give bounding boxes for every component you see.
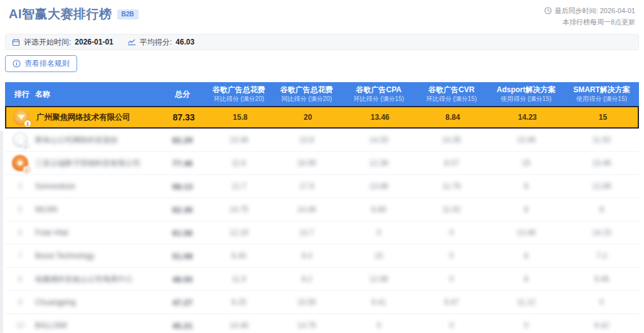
leaderboard-page: AI智赢大赛排行榜 B2B 最后同步时间: 2026-04-01 本排行榜每周一…	[0, 0, 644, 333]
rank-cell: 8	[5, 275, 35, 283]
score-cvr: 0	[450, 275, 454, 283]
score-spend-yoy: 14.46	[297, 205, 316, 214]
table-header-row: 排行 名称 总分 谷歌广告总花费环比得分 (满分20) 谷歌广告总花费同比得分 …	[5, 82, 639, 106]
rank-cell: 1	[6, 109, 36, 125]
company-name: BALLSMI	[35, 321, 67, 330]
score-cvr: 11.92	[442, 205, 460, 214]
rank-number: 7	[18, 251, 23, 260]
table-row[interactable]: 5 WLNN 62.36 14.75 14.46 8.88 11.92 8 8	[5, 198, 639, 221]
total-score: 48.50	[172, 275, 193, 284]
score-smart: 7.2	[596, 251, 607, 260]
score-cvr: 0	[450, 228, 454, 237]
company-name: 聚春山公司网络科技股份	[35, 135, 118, 144]
table-row[interactable]: 8 福建易科技南山公司电商中心 48.50 11.9 8.2 12.88 0 8…	[5, 268, 639, 291]
col-header-rank: 排行	[5, 90, 35, 98]
start-time-item: 评选开始时间: 2026-01-01	[12, 37, 113, 48]
trend-chart-icon	[127, 38, 136, 46]
table-row[interactable]: 3 三亚云端数字营销科技有限公司 77.46 11.6 16.99 12.38 …	[5, 152, 639, 175]
score-cpa: 9.41	[371, 298, 386, 307]
rank-number-badge: 1	[24, 120, 31, 127]
info-bar: 评选开始时间: 2026-01-01 平均得分: 46.03	[5, 34, 639, 50]
score-cvr: 11.76	[442, 182, 460, 191]
table-row[interactable]: 7 Boost Technology 51.08 6.45 9.3 15 0 8…	[5, 245, 639, 268]
score-spend-mom: 14.75	[230, 205, 248, 214]
table-body: 1 广州聚焦网络技术有限公司 87.33 15.8 20 13.46 8.84 …	[5, 106, 639, 333]
total-score: 87.33	[172, 112, 194, 122]
score-adsport: 8	[524, 275, 529, 283]
score-spend-mom: 6.25	[231, 298, 246, 307]
score-spend-mom: 12.19	[230, 228, 248, 237]
col-header-spend-mom: 谷歌广告总花费环比得分 (满分20)	[207, 85, 271, 103]
score-adsport: 15	[522, 159, 530, 167]
rank-cell: 2	[5, 132, 35, 148]
score-spend-yoy: 13.8	[299, 135, 314, 144]
score-smart: 14.23	[592, 228, 611, 237]
company-name: Boost Technology	[35, 251, 95, 260]
score-smart: 9.42	[594, 321, 609, 330]
score-spend-mom: 14.46	[230, 321, 248, 330]
company-name: 福建易科技南山公司电商中心	[35, 275, 133, 283]
col-header-total: 总分	[158, 90, 207, 98]
score-cpa: 12.38	[369, 159, 388, 167]
company-name: Fulai Vital	[35, 228, 68, 237]
score-spend-yoy: 13.7	[299, 228, 314, 237]
total-score: 51.08	[172, 251, 193, 261]
score-cvr: 0	[450, 251, 454, 260]
update-note: 本排行榜每周一8点更新	[544, 17, 635, 27]
table-row[interactable]: 2 聚春山公司网络科技股份 82.29 13.48 13.8 14.33 14.…	[5, 129, 639, 152]
total-score: 68.13	[172, 182, 193, 191]
col-header-cpa: 谷歌广告CPA环比得分 (满分15)	[342, 85, 415, 103]
rank-number-badge: 2	[22, 142, 29, 149]
start-time-label: 评选开始时间:	[24, 37, 71, 48]
score-cpa: 12.88	[369, 275, 388, 283]
score-spend-yoy: 17.9	[299, 182, 314, 191]
score-cpa: 0	[377, 321, 381, 330]
clock-icon	[544, 7, 552, 14]
score-cvr: 14.35	[442, 135, 461, 144]
score-smart: 11.92	[593, 135, 611, 144]
table-row[interactable]: 1 广州聚焦网络技术有限公司 87.33 15.8 20 13.46 8.84 …	[5, 106, 639, 129]
score-spend-mom: 12.7	[231, 182, 246, 191]
rank-number-badge: 3	[23, 166, 30, 173]
left-scroll-gutter[interactable]	[0, 130, 3, 333]
score-smart: 13.46	[592, 159, 611, 167]
silver-medal-icon: 2	[12, 132, 28, 148]
col-header-name: 名称	[35, 90, 158, 98]
table-row[interactable]: 9 Chuangping 47.27 6.25 15.55 9.41 9.47 …	[5, 291, 639, 314]
leaderboard-table: 排行 名称 总分 谷歌广告总花费环比得分 (满分20) 谷歌广告总花费同比得分 …	[5, 82, 639, 333]
rank-cell: 5	[5, 205, 35, 214]
table-row[interactable]: 4 Somondoze 68.13 12.7 17.9 13.88 11.76 …	[5, 175, 639, 198]
total-score: 77.46	[172, 159, 193, 168]
score-adsport: 8	[524, 182, 529, 191]
score-cvr: 9.47	[444, 298, 458, 307]
score-smart: 9.46	[594, 275, 609, 283]
rank-number: 5	[18, 205, 23, 214]
rank-number: 8	[18, 275, 23, 283]
table-row[interactable]: 10 BALLSMI 45.21 14.46 14.75 0 0 0 9.42	[5, 314, 639, 333]
score-spend-yoy: 20	[304, 113, 312, 122]
score-cpa: 0	[377, 228, 381, 237]
score-adsport: 8	[524, 205, 529, 214]
total-score: 62.36	[172, 205, 193, 214]
col-header-spend-yoy: 谷歌广告总花费同比得分 (满分20)	[271, 85, 342, 103]
rank-cell: 4	[5, 182, 35, 191]
b2b-badge: B2B	[117, 9, 139, 19]
score-adsport: 13.46	[517, 228, 536, 237]
bronze-medal-icon: 3	[12, 155, 28, 171]
start-time-value: 2026-01-01	[75, 38, 113, 46]
score-spend-yoy: 16.99	[297, 159, 316, 167]
score-spend-mom: 15.8	[233, 113, 247, 122]
score-spend-yoy: 8.2	[302, 275, 312, 283]
avg-score-item: 平均得分: 46.03	[127, 37, 194, 48]
score-smart: 8	[599, 205, 604, 214]
rank-number: 4	[18, 182, 23, 191]
rank-cell: 7	[5, 251, 35, 260]
table-row[interactable]: 6 Fulai Vital 61.56 12.19 13.7 0 0 13.46…	[5, 221, 639, 245]
score-adsport: 13.46	[517, 135, 536, 144]
company-name: 三亚云端数字营销科技有限公司	[35, 159, 140, 167]
score-spend-mom: 6.45	[231, 251, 246, 260]
score-spend-mom: 11.9	[232, 275, 246, 283]
info-icon	[13, 60, 21, 68]
view-ranking-rules-button[interactable]: 查看排名规则	[5, 55, 77, 72]
score-cvr: 0	[450, 321, 454, 330]
